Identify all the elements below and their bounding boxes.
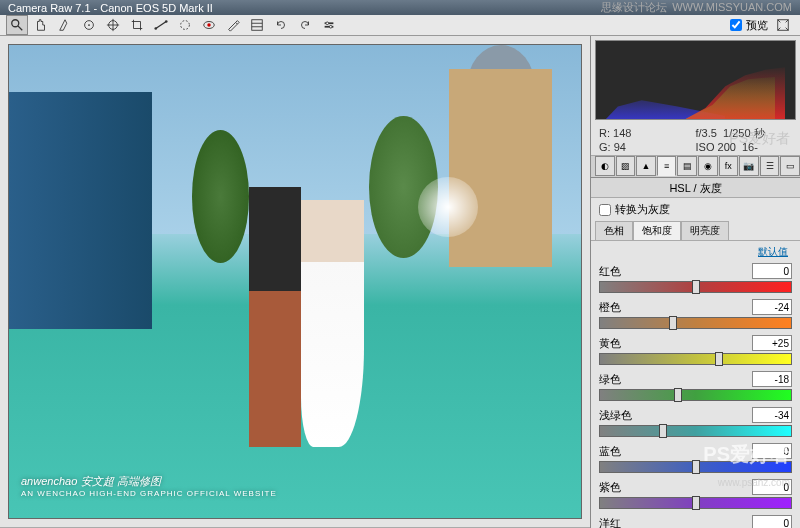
slider-aqua: 浅绿色	[599, 407, 792, 437]
preferences-icon[interactable]	[318, 15, 340, 35]
graduated-filter-tool-icon[interactable]	[246, 15, 268, 35]
toolbar: 预览	[0, 15, 800, 36]
subtab-hue[interactable]: 色相	[595, 221, 633, 240]
tab-camera[interactable]: 📷	[739, 156, 759, 176]
rotate-cw-icon[interactable]	[294, 15, 316, 35]
histogram[interactable]	[595, 40, 796, 120]
photo-content: anwenchao 安文超 高端修图 AN WENCHAO HIGH-END G…	[9, 45, 581, 518]
slider-track[interactable]	[599, 389, 792, 401]
panel-title: HSL / 灰度	[591, 178, 800, 198]
preview-label: 预览	[746, 18, 768, 33]
slider-blue: 蓝色	[599, 443, 792, 473]
slider-thumb[interactable]	[659, 424, 667, 438]
svg-point-3	[88, 24, 90, 26]
sliders-panel: 红色橙色黄色绿色浅绿色蓝色紫色洋红	[591, 263, 800, 528]
hsl-subtabs: 色相 饱和度 明亮度	[591, 221, 800, 241]
window-title: Camera Raw 7.1 - Canon EOS 5D Mark II	[8, 2, 213, 14]
preview-checkbox[interactable]	[730, 19, 742, 31]
tab-detail[interactable]: ▲	[636, 156, 656, 176]
svg-point-10	[181, 21, 190, 30]
slider-input[interactable]	[752, 299, 792, 315]
slider-input[interactable]	[752, 407, 792, 423]
tab-snapshots[interactable]: ▭	[780, 156, 800, 176]
fullscreen-icon[interactable]	[772, 15, 794, 35]
straighten-tool-icon[interactable]	[150, 15, 172, 35]
tab-hsl[interactable]: ≡	[657, 156, 677, 176]
slider-yellow: 黄色	[599, 335, 792, 365]
slider-orange: 橙色	[599, 299, 792, 329]
slider-thumb[interactable]	[715, 352, 723, 366]
white-balance-tool-icon[interactable]	[54, 15, 76, 35]
subtab-luminance[interactable]: 明亮度	[681, 221, 729, 240]
slider-red: 红色	[599, 263, 792, 293]
tab-fx[interactable]: fx	[719, 156, 739, 176]
slider-track[interactable]	[599, 353, 792, 365]
slider-thumb[interactable]	[674, 388, 682, 402]
svg-point-12	[207, 23, 211, 27]
crop-tool-icon[interactable]	[126, 15, 148, 35]
tab-curve[interactable]: ▨	[616, 156, 636, 176]
svg-point-0	[12, 20, 19, 27]
default-link[interactable]: 默认值	[591, 241, 800, 263]
grayscale-label: 转换为灰度	[615, 202, 670, 217]
svg-rect-13	[252, 20, 263, 31]
svg-line-7	[156, 22, 167, 29]
info-readout: R: 148 G: 94 B: 83 f/3.5 1/250 秒 ISO 200…	[591, 124, 800, 156]
svg-point-8	[154, 27, 157, 30]
rotate-ccw-icon[interactable]	[270, 15, 292, 35]
slider-green: 绿色	[599, 371, 792, 401]
grayscale-checkbox[interactable]	[599, 204, 611, 216]
panel-tabs: ◐ ▨ ▲ ≡ ▤ ◉ fx 📷 ☰ ▭	[591, 156, 800, 178]
titlebar: Camera Raw 7.1 - Canon EOS 5D Mark II 思缘…	[0, 0, 800, 15]
slider-track[interactable]	[599, 497, 792, 509]
tab-split[interactable]: ▤	[677, 156, 697, 176]
tab-presets[interactable]: ☰	[760, 156, 780, 176]
slider-thumb[interactable]	[692, 496, 700, 510]
slider-track[interactable]	[599, 461, 792, 473]
tab-basic[interactable]: ◐	[595, 156, 615, 176]
spot-removal-tool-icon[interactable]	[174, 15, 196, 35]
slider-input[interactable]	[752, 371, 792, 387]
preview-canvas[interactable]: anwenchao 安文超 高端修图 AN WENCHAO HIGH-END G…	[8, 44, 582, 519]
redeye-tool-icon[interactable]	[198, 15, 220, 35]
slider-input[interactable]	[752, 515, 792, 528]
slider-track[interactable]	[599, 317, 792, 329]
zoom-tool-icon[interactable]	[6, 15, 28, 35]
slider-track[interactable]	[599, 281, 792, 293]
slider-input[interactable]	[752, 263, 792, 279]
svg-point-19	[329, 25, 332, 28]
slider-input[interactable]	[752, 443, 792, 459]
svg-line-1	[18, 26, 22, 30]
slider-thumb[interactable]	[692, 280, 700, 294]
slider-thumb[interactable]	[669, 316, 677, 330]
photo-watermark: anwenchao 安文超 高端修图 AN WENCHAO HIGH-END G…	[21, 471, 277, 498]
tab-lens[interactable]: ◉	[698, 156, 718, 176]
slider-input[interactable]	[752, 479, 792, 495]
svg-point-9	[165, 20, 168, 23]
targeted-adjustment-tool-icon[interactable]	[102, 15, 124, 35]
slider-purple: 紫色	[599, 479, 792, 509]
subtab-saturation[interactable]: 饱和度	[633, 221, 681, 240]
forum-watermark: 思缘设计论坛 WWW.MISSYUAN.COM	[601, 0, 792, 15]
slider-input[interactable]	[752, 335, 792, 351]
svg-point-18	[326, 22, 329, 25]
hand-tool-icon[interactable]	[30, 15, 52, 35]
slider-magenta: 洋红	[599, 515, 792, 528]
adjustment-brush-tool-icon[interactable]	[222, 15, 244, 35]
color-sampler-tool-icon[interactable]	[78, 15, 100, 35]
slider-track[interactable]	[599, 425, 792, 437]
slider-thumb[interactable]	[692, 460, 700, 474]
